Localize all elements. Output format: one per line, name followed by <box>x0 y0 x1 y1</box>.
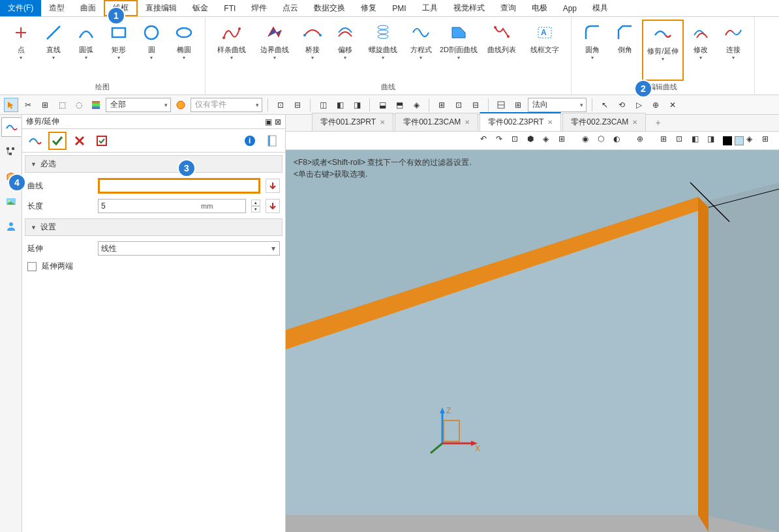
menu-item[interactable]: App <box>555 0 585 16</box>
menu-item[interactable]: 工具 <box>414 0 446 16</box>
vtool[interactable]: ◈ <box>746 134 759 147</box>
menu-item[interactable]: PMI <box>384 0 414 16</box>
filter-select-2[interactable]: 仅有零件 <box>191 98 262 112</box>
vtool[interactable]: ⊕ <box>637 134 650 147</box>
extend-select[interactable]: 线性 <box>98 241 280 256</box>
close-icon[interactable]: ✕ <box>632 119 637 126</box>
qat-btn[interactable]: ✂ <box>21 98 35 112</box>
sidetab-image[interactable] <box>1 192 21 211</box>
ribbon-point[interactable]: 点▾ <box>5 20 37 81</box>
qat-btn[interactable]: ⊡ <box>273 98 288 112</box>
qat-btn[interactable]: ⬚ <box>55 98 69 112</box>
curve-input[interactable] <box>98 178 260 194</box>
doc-tab[interactable]: 零件001.Z3CAM✕ <box>395 113 478 131</box>
qat-btn[interactable] <box>174 98 188 112</box>
help-button[interactable] <box>263 132 281 150</box>
qat-btn[interactable] <box>89 98 103 112</box>
ribbon-bridge[interactable]: 桥接▾ <box>297 20 328 81</box>
qat-btn[interactable]: ◧ <box>333 98 347 112</box>
info-button[interactable]: i <box>241 132 259 150</box>
qat-btn[interactable]: ⬓ <box>375 98 390 112</box>
menu-item[interactable]: 钣金 <box>185 0 216 16</box>
ribbon-arc[interactable]: 圆弧▾ <box>70 20 102 81</box>
ribbon-equation[interactable]: 方程式▾ <box>405 20 436 81</box>
menu-item[interactable]: 数据交换 <box>306 0 353 16</box>
ribbon-trim-extend[interactable]: 修剪/延伸▾ <box>642 20 684 81</box>
vtool[interactable]: ⊞ <box>558 134 572 147</box>
ribbon-wiretext[interactable]: A线框文字 <box>524 20 566 81</box>
ribbon-2dsection[interactable]: 2D剖面曲线▾ <box>438 20 480 81</box>
menu-item[interactable]: 视觉样式 <box>446 0 493 16</box>
qat-btn[interactable]: ⊡ <box>451 98 466 112</box>
close-icon[interactable]: ✕ <box>380 119 385 126</box>
cancel-button[interactable] <box>70 132 89 150</box>
ribbon-fillet[interactable]: 圆角▾ <box>577 20 608 81</box>
vtool[interactable]: ↷ <box>496 134 509 147</box>
menu-item[interactable]: 直接编辑 <box>138 0 185 16</box>
vtool[interactable]: ⊡ <box>676 134 689 147</box>
doc-tab[interactable]: 零件002.Z3CAM✕ <box>562 113 646 131</box>
qat-btn[interactable]: ◨ <box>350 98 364 112</box>
vtool[interactable] <box>723 136 732 145</box>
vtool[interactable] <box>735 136 744 145</box>
vtool[interactable]: ⊡ <box>512 134 525 147</box>
qat-cursor[interactable]: ↖ <box>598 98 612 112</box>
menu-file[interactable]: 文件(F) <box>0 0 41 16</box>
qat-btn[interactable]: ⊕ <box>649 98 663 112</box>
menu-item[interactable]: 点云 <box>275 0 306 16</box>
ribbon-spline[interactable]: 样条曲线▾ <box>211 20 252 81</box>
qat-play[interactable]: ▷ <box>632 98 646 112</box>
menu-item[interactable]: 查询 <box>493 0 524 16</box>
ribbon-offset[interactable]: 偏移▾ <box>329 20 361 81</box>
select-tool[interactable] <box>4 98 18 112</box>
menu-item[interactable]: 电极 <box>524 0 555 16</box>
ribbon-curvelist[interactable]: 曲线列表 <box>481 20 523 81</box>
qat-btn[interactable] <box>494 98 508 112</box>
qat-btn[interactable]: ✕ <box>665 98 680 112</box>
ribbon-chamfer[interactable]: 倒角 <box>609 20 641 81</box>
both-ends-checkbox[interactable] <box>27 262 37 271</box>
vtool[interactable]: ↶ <box>480 134 493 147</box>
section-required[interactable]: ▼必选 <box>25 155 283 173</box>
panel-close-icon[interactable]: ⊠ <box>275 117 281 126</box>
sidetab-tree[interactable] <box>1 142 21 162</box>
vtool[interactable]: ⊞ <box>762 134 775 147</box>
ribbon-boundarycurve[interactable]: 边界曲线▾ <box>254 20 296 81</box>
qat-btn[interactable]: ◫ <box>316 98 330 112</box>
qat-btn[interactable]: ⊟ <box>468 98 483 112</box>
qat-btn[interactable]: ⬒ <box>392 98 406 112</box>
qat-btn[interactable]: ⊞ <box>511 98 525 112</box>
length-pick-button[interactable] <box>266 199 280 213</box>
menu-item[interactable]: 修复 <box>353 0 384 16</box>
vtool[interactable]: ◐ <box>613 134 626 147</box>
qat-btn[interactable]: ⊞ <box>435 98 449 112</box>
add-tab[interactable]: + <box>647 114 668 131</box>
close-icon[interactable]: ✕ <box>547 119 553 126</box>
ok-button[interactable] <box>48 132 67 150</box>
vtool[interactable]: ⬢ <box>527 134 540 147</box>
vtool[interactable]: ⬡ <box>598 134 611 147</box>
ribbon-circle[interactable]: 圆▾ <box>136 20 167 81</box>
menu-item[interactable]: 焊件 <box>243 0 275 16</box>
normal-select[interactable]: 法向 <box>528 98 587 112</box>
ribbon-ellipse[interactable]: 椭圆▾ <box>168 20 200 81</box>
curve-pick-button[interactable] <box>266 179 280 193</box>
qat-btn[interactable]: ⊟ <box>290 98 305 112</box>
apply-button[interactable] <box>93 132 111 150</box>
qat-btn[interactable]: ⟲ <box>615 98 629 112</box>
sidetab-user[interactable] <box>1 216 21 236</box>
vtool[interactable]: ◉ <box>582 134 595 147</box>
length-input[interactable]: 5mm <box>98 199 246 213</box>
qat-btn[interactable]: ◌ <box>72 98 86 112</box>
qat-btn[interactable]: ⊞ <box>38 98 52 112</box>
vtool[interactable]: ◧ <box>692 134 705 147</box>
length-spinner[interactable]: ▴▾ <box>251 200 260 213</box>
filter-select[interactable]: 全部 <box>106 98 171 112</box>
ribbon-helix[interactable]: 螺旋曲线▾ <box>362 20 404 81</box>
qat-btn[interactable]: ◈ <box>409 98 423 112</box>
menu-item[interactable]: FTI <box>216 0 243 16</box>
doc-tab[interactable]: 零件001.Z3PRT✕ <box>312 113 393 131</box>
vtool[interactable]: ⊞ <box>660 134 673 147</box>
menu-item[interactable]: 模具 <box>585 0 616 16</box>
section-settings[interactable]: ▼设置 <box>25 218 283 236</box>
